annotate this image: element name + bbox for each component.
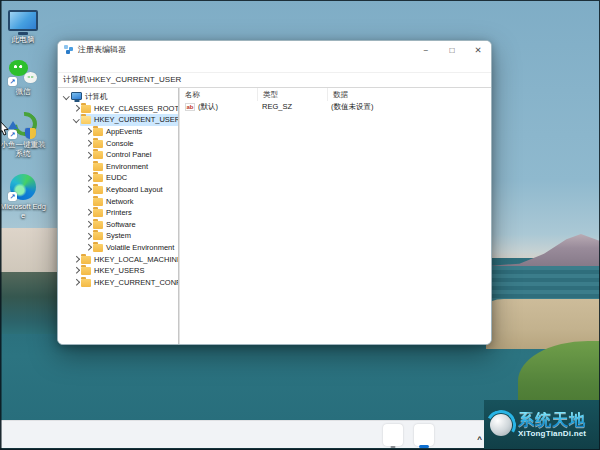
- expand-chevron-icon[interactable]: [72, 106, 80, 111]
- search-button[interactable]: [197, 424, 217, 446]
- store-button[interactable]: [352, 424, 372, 446]
- widgets-button[interactable]: [259, 424, 279, 446]
- tree-item-label: HKEY_LOCAL_MACHINE: [94, 255, 179, 264]
- tray-overflow-chevron[interactable]: ^: [477, 435, 482, 444]
- edge-button[interactable]: [321, 424, 341, 446]
- expand-chevron-icon[interactable]: [72, 257, 80, 262]
- column-header-data[interactable]: 数据: [328, 88, 491, 101]
- column-header-type[interactable]: 类型: [258, 88, 328, 101]
- watermark-logo-icon: [486, 410, 516, 440]
- tree-item-icon: [71, 92, 82, 100]
- shortcut-arrow-icon: ↗: [8, 192, 17, 201]
- tree-item[interactable]: Printers: [58, 207, 178, 219]
- xiaoyu-button[interactable]: [414, 424, 434, 446]
- menu-item[interactable]: [62, 64, 70, 66]
- tree-item-icon: [93, 140, 103, 148]
- tree-item-label: Printers: [106, 208, 132, 217]
- desktop-icon-label: Microsoft Edge: [0, 202, 46, 221]
- regedit-icon: [64, 45, 74, 55]
- expand-chevron-icon[interactable]: [84, 222, 92, 227]
- start-button[interactable]: [166, 424, 186, 446]
- tree-item-icon: [93, 174, 103, 182]
- value-data: (数值未设置): [326, 102, 491, 112]
- expand-chevron-icon[interactable]: [84, 153, 92, 158]
- regedit-window: 注册表编辑器 − □ ✕ 计算机\HKEY_CURRENT_USER 计算机: [57, 40, 492, 345]
- wechat-desktop-icon[interactable]: ↗ 微信: [0, 58, 46, 96]
- value-list: 名称 类型 数据 ab (默认) REG_SZ (数值未设置): [179, 88, 491, 344]
- title-bar[interactable]: 注册表编辑器 − □ ✕: [58, 41, 491, 58]
- tree-item[interactable]: HKEY_CURRENT_CONFIG: [58, 277, 178, 289]
- tree-item[interactable]: Volatile Environment: [58, 242, 178, 254]
- expand-chevron-icon[interactable]: [84, 234, 92, 239]
- wechat-button[interactable]: [383, 424, 403, 446]
- tree-item[interactable]: Keyboard Layout: [58, 184, 178, 196]
- desktop-icon-label: 此电脑: [0, 35, 46, 44]
- expand-chevron-icon[interactable]: [72, 268, 80, 273]
- tree-item-icon: [93, 163, 103, 171]
- tree-item[interactable]: HKEY_USERS: [58, 265, 178, 277]
- menu-item[interactable]: [102, 64, 110, 66]
- value-name: (默认): [198, 102, 218, 112]
- tree-item-icon: [93, 151, 103, 159]
- watermark: 系统天地 XiTongTianDi.net: [484, 400, 600, 450]
- tree-item[interactable]: 计算机: [58, 91, 178, 103]
- tree-item-label: HKEY_CLASSES_ROOT: [94, 104, 179, 113]
- tree-item[interactable]: Software: [58, 219, 178, 231]
- expand-chevron-icon[interactable]: [72, 119, 80, 122]
- edge-desktop-icon[interactable]: ↗ Microsoft Edge: [0, 173, 46, 221]
- menu-item[interactable]: [72, 64, 80, 66]
- tree-item-label: EUDC: [106, 173, 127, 182]
- tree-item-icon: [93, 128, 103, 136]
- tree-item[interactable]: HKEY_CURRENT_USER: [58, 114, 178, 126]
- menu-item[interactable]: [92, 64, 100, 66]
- this-pc-desktop-icon[interactable]: 此电脑: [0, 6, 46, 44]
- tree-item[interactable]: Console: [58, 137, 178, 149]
- tree-item[interactable]: Environment: [58, 161, 178, 173]
- tree-item[interactable]: AppEvents: [58, 126, 178, 138]
- tree-item-label: 计算机: [85, 92, 108, 102]
- tree-item-icon: [81, 267, 91, 275]
- expand-chevron-icon[interactable]: [84, 141, 92, 146]
- expand-chevron-icon[interactable]: [62, 96, 70, 99]
- desktop-icon-label: 微信: [0, 87, 46, 96]
- tree-item-label: AppEvents: [106, 127, 142, 136]
- file-explorer-button[interactable]: [290, 424, 310, 446]
- expand-chevron-icon[interactable]: [84, 187, 92, 192]
- expand-chevron-icon[interactable]: [84, 129, 92, 134]
- registry-tree: 计算机 HKEY_CLASSES_ROOT HKEY_CURRENT_USER: [58, 88, 179, 344]
- tree-item-icon: [93, 232, 103, 240]
- tree-item-label: HKEY_CURRENT_CONFIG: [94, 278, 179, 287]
- minimize-button[interactable]: −: [413, 41, 439, 58]
- tree-item-label: Environment: [106, 162, 148, 171]
- wallpaper-tree-reflection: [0, 272, 57, 334]
- tree-item[interactable]: Network: [58, 195, 178, 207]
- reg-sz-string-icon: ab: [185, 103, 195, 111]
- desktop-screen: 此电脑 ↗ 微信 ↗ 小鱼一键重装系统 ↗: [0, 0, 600, 450]
- tree-item-label: HKEY_CURRENT_USER: [94, 115, 179, 124]
- tree-item-icon: [93, 209, 103, 217]
- tree-item-icon: [93, 198, 103, 206]
- watermark-url: XiTongTianDi.net: [518, 429, 586, 438]
- expand-chevron-icon[interactable]: [84, 176, 92, 181]
- value-row[interactable]: ab (默认) REG_SZ (数值未设置): [180, 101, 491, 113]
- address-bar[interactable]: 计算机\HKEY_CURRENT_USER: [58, 72, 491, 88]
- window-controls: − □ ✕: [413, 41, 491, 58]
- menu-item[interactable]: [82, 64, 90, 66]
- task-view-button[interactable]: [228, 424, 248, 446]
- expand-chevron-icon[interactable]: [84, 245, 92, 250]
- desktop-icon-label: 小鱼一键重装系统: [0, 140, 46, 159]
- expand-chevron-icon[interactable]: [72, 280, 80, 285]
- tree-item[interactable]: EUDC: [58, 172, 178, 184]
- tree-item-label: Volatile Environment: [106, 243, 174, 252]
- tree-item[interactable]: Control Panel: [58, 149, 178, 161]
- column-header-name[interactable]: 名称: [180, 88, 258, 101]
- tree-item[interactable]: HKEY_LOCAL_MACHINE: [58, 253, 178, 265]
- close-button[interactable]: ✕: [465, 41, 491, 58]
- tree-item-icon: [93, 186, 103, 194]
- tree-item[interactable]: HKEY_CLASSES_ROOT: [58, 103, 178, 115]
- app-icon: [8, 10, 38, 31]
- maximize-button[interactable]: □: [439, 41, 465, 58]
- tree-item[interactable]: System: [58, 230, 178, 242]
- expand-chevron-icon[interactable]: [84, 210, 92, 215]
- tree-item-icon: [81, 116, 91, 124]
